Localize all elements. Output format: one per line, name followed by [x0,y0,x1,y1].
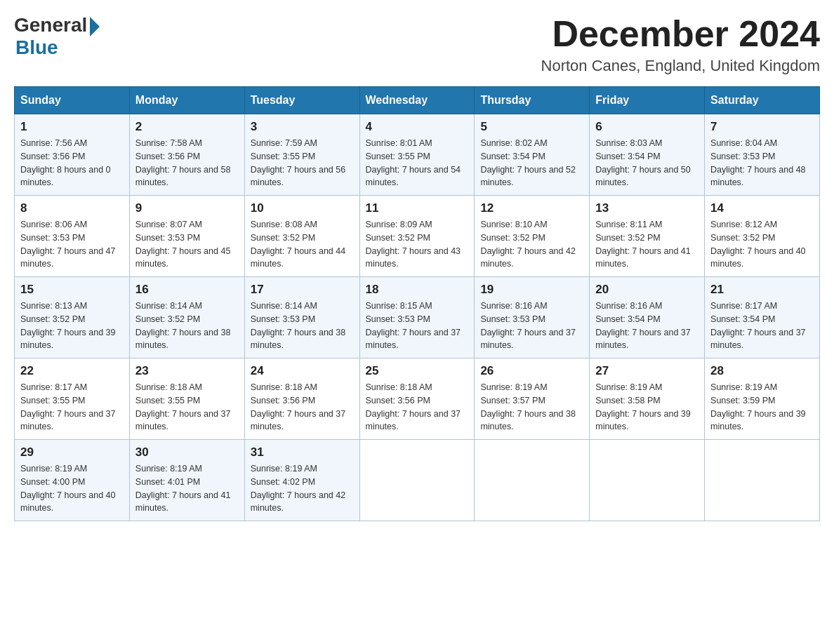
day-number: 5 [480,120,583,134]
day-info: Sunrise: 8:11 AMSunset: 3:52 PMDaylight:… [595,218,699,271]
month-title: December 2024 [541,14,820,54]
calendar-cell: 16Sunrise: 8:14 AMSunset: 3:52 PMDayligh… [129,277,244,358]
calendar-cell: 11Sunrise: 8:09 AMSunset: 3:52 PMDayligh… [359,196,475,277]
day-number: 15 [20,283,124,297]
logo-arrow-icon [90,17,100,36]
calendar-cell: 8Sunrise: 8:06 AMSunset: 3:53 PMDaylight… [15,196,130,277]
calendar-cell: 31Sunrise: 8:19 AMSunset: 4:02 PMDayligh… [244,440,359,521]
day-number: 17 [251,283,354,297]
calendar-cell [705,440,820,521]
day-number: 27 [595,364,699,378]
calendar-cell: 26Sunrise: 8:19 AMSunset: 3:57 PMDayligh… [475,358,590,440]
day-header-wednesday: Wednesday [359,87,475,114]
day-number: 20 [595,283,699,297]
calendar-cell: 1Sunrise: 7:56 AMSunset: 3:56 PMDaylight… [15,114,130,196]
calendar-cell: 7Sunrise: 8:04 AMSunset: 3:53 PMDaylight… [705,114,820,196]
day-number: 30 [135,445,239,459]
calendar-cell: 3Sunrise: 7:59 AMSunset: 3:55 PMDaylight… [244,114,359,196]
calendar-cell: 25Sunrise: 8:18 AMSunset: 3:56 PMDayligh… [359,358,475,440]
day-number: 7 [710,120,814,134]
calendar-cell: 18Sunrise: 8:15 AMSunset: 3:53 PMDayligh… [359,277,475,358]
logo-general-text: General [14,14,87,36]
day-info: Sunrise: 8:07 AMSunset: 3:53 PMDaylight:… [135,218,239,271]
day-info: Sunrise: 7:56 AMSunset: 3:56 PMDaylight:… [20,137,124,189]
day-header-monday: Monday [129,87,244,114]
day-number: 18 [366,283,469,297]
day-info: Sunrise: 8:10 AMSunset: 3:52 PMDaylight:… [480,218,583,271]
logo: General Blue [14,14,100,59]
day-number: 1 [20,120,124,134]
day-info: Sunrise: 8:16 AMSunset: 3:53 PMDaylight:… [480,300,583,352]
calendar-cell [359,440,475,521]
day-info: Sunrise: 8:13 AMSunset: 3:52 PMDaylight:… [20,300,124,352]
calendar-cell: 29Sunrise: 8:19 AMSunset: 4:00 PMDayligh… [15,440,130,521]
day-info: Sunrise: 8:06 AMSunset: 3:53 PMDaylight:… [20,218,124,271]
calendar-cell: 2Sunrise: 7:58 AMSunset: 3:56 PMDaylight… [129,114,244,196]
calendar-week-row: 1Sunrise: 7:56 AMSunset: 3:56 PMDaylight… [15,114,820,196]
day-number: 13 [595,201,699,215]
day-info: Sunrise: 8:04 AMSunset: 3:53 PMDaylight:… [710,137,814,189]
day-number: 26 [480,364,583,378]
day-headers-row: SundayMondayTuesdayWednesdayThursdayFrid… [15,87,820,114]
calendar-cell: 28Sunrise: 8:19 AMSunset: 3:59 PMDayligh… [705,358,820,440]
calendar-cell: 21Sunrise: 8:17 AMSunset: 3:54 PMDayligh… [705,277,820,358]
day-info: Sunrise: 8:18 AMSunset: 3:56 PMDaylight:… [251,381,354,434]
calendar-cell: 6Sunrise: 8:03 AMSunset: 3:54 PMDaylight… [590,114,705,196]
day-info: Sunrise: 8:14 AMSunset: 3:53 PMDaylight:… [251,300,354,352]
calendar-cell: 30Sunrise: 8:19 AMSunset: 4:01 PMDayligh… [129,440,244,521]
day-number: 16 [135,283,239,297]
day-info: Sunrise: 8:19 AMSunset: 4:00 PMDaylight:… [20,462,124,515]
day-info: Sunrise: 8:09 AMSunset: 3:52 PMDaylight:… [366,218,469,271]
day-header-saturday: Saturday [705,87,820,114]
day-info: Sunrise: 8:03 AMSunset: 3:54 PMDaylight:… [595,137,699,189]
calendar-cell: 17Sunrise: 8:14 AMSunset: 3:53 PMDayligh… [244,277,359,358]
calendar-cell: 4Sunrise: 8:01 AMSunset: 3:55 PMDaylight… [359,114,475,196]
calendar-cell: 27Sunrise: 8:19 AMSunset: 3:58 PMDayligh… [590,358,705,440]
day-number: 19 [480,283,583,297]
day-info: Sunrise: 8:16 AMSunset: 3:54 PMDaylight:… [595,300,699,352]
day-info: Sunrise: 8:19 AMSunset: 3:59 PMDaylight:… [710,381,814,434]
day-info: Sunrise: 8:19 AMSunset: 3:57 PMDaylight:… [480,381,583,434]
calendar-week-row: 15Sunrise: 8:13 AMSunset: 3:52 PMDayligh… [15,277,820,358]
day-info: Sunrise: 8:01 AMSunset: 3:55 PMDaylight:… [366,137,469,189]
calendar-cell: 24Sunrise: 8:18 AMSunset: 3:56 PMDayligh… [244,358,359,440]
day-header-sunday: Sunday [15,87,130,114]
day-info: Sunrise: 8:19 AMSunset: 3:58 PMDaylight:… [595,381,699,434]
day-number: 9 [135,201,239,215]
day-info: Sunrise: 8:08 AMSunset: 3:52 PMDaylight:… [251,218,354,271]
day-header-thursday: Thursday [475,87,590,114]
day-info: Sunrise: 8:19 AMSunset: 4:02 PMDaylight:… [251,462,354,515]
page-header: General Blue December 2024 Norton Canes,… [14,14,820,75]
logo-blue-text: Blue [15,36,58,59]
day-number: 12 [480,201,583,215]
day-info: Sunrise: 8:17 AMSunset: 3:55 PMDaylight:… [20,381,124,434]
day-number: 10 [251,201,354,215]
day-info: Sunrise: 8:18 AMSunset: 3:55 PMDaylight:… [135,381,239,434]
calendar-cell: 23Sunrise: 8:18 AMSunset: 3:55 PMDayligh… [129,358,244,440]
day-number: 4 [366,120,469,134]
day-info: Sunrise: 7:58 AMSunset: 3:56 PMDaylight:… [135,137,239,189]
calendar-cell: 13Sunrise: 8:11 AMSunset: 3:52 PMDayligh… [590,196,705,277]
day-info: Sunrise: 8:14 AMSunset: 3:52 PMDaylight:… [135,300,239,352]
day-info: Sunrise: 7:59 AMSunset: 3:55 PMDaylight:… [251,137,354,189]
day-info: Sunrise: 8:17 AMSunset: 3:54 PMDaylight:… [710,300,814,352]
day-number: 29 [20,445,124,459]
calendar-cell: 14Sunrise: 8:12 AMSunset: 3:52 PMDayligh… [705,196,820,277]
calendar-cell: 9Sunrise: 8:07 AMSunset: 3:53 PMDaylight… [129,196,244,277]
day-header-tuesday: Tuesday [244,87,359,114]
calendar-week-row: 22Sunrise: 8:17 AMSunset: 3:55 PMDayligh… [15,358,820,440]
day-info: Sunrise: 8:15 AMSunset: 3:53 PMDaylight:… [366,300,469,352]
calendar-table: SundayMondayTuesdayWednesdayThursdayFrid… [14,86,820,521]
calendar-cell: 19Sunrise: 8:16 AMSunset: 3:53 PMDayligh… [475,277,590,358]
calendar-week-row: 29Sunrise: 8:19 AMSunset: 4:00 PMDayligh… [15,440,820,521]
day-number: 24 [251,364,354,378]
title-section: December 2024 Norton Canes, England, Uni… [541,14,820,75]
day-number: 8 [20,201,124,215]
calendar-cell: 20Sunrise: 8:16 AMSunset: 3:54 PMDayligh… [590,277,705,358]
day-info: Sunrise: 8:19 AMSunset: 4:01 PMDaylight:… [135,462,239,515]
location-subtitle: Norton Canes, England, United Kingdom [541,57,820,75]
day-number: 31 [251,445,354,459]
calendar-cell: 12Sunrise: 8:10 AMSunset: 3:52 PMDayligh… [475,196,590,277]
calendar-cell [590,440,705,521]
day-number: 3 [251,120,354,134]
